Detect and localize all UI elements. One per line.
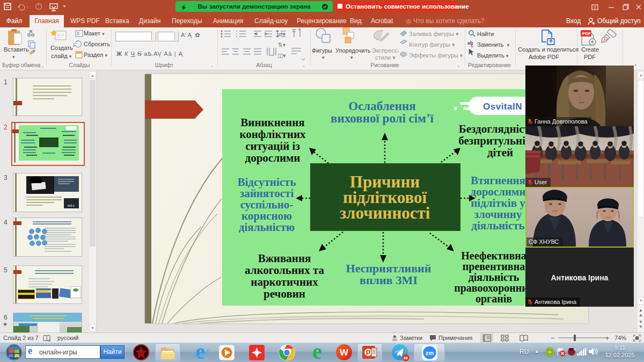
- svg-text:zm: zm: [426, 350, 434, 356]
- svg-text:Вживання: Вживання: [258, 252, 311, 265]
- svg-text:e: e: [312, 344, 322, 361]
- svg-text:злочинності: злочинності: [340, 204, 430, 222]
- svg-text:речовин: речовин: [264, 287, 305, 300]
- svg-text:ситуацій із: ситуацій із: [245, 140, 300, 153]
- svg-text:Ослаблення: Ослаблення: [348, 99, 416, 113]
- svg-text:Виникнення: Виникнення: [240, 116, 304, 129]
- svg-text:дітей: дітей: [487, 146, 513, 159]
- svg-text:алкогольних та: алкогольних та: [245, 264, 324, 277]
- svg-text:PDF: PDF: [582, 31, 591, 36]
- svg-text:вплив ЗМІ: вплив ЗМІ: [360, 273, 418, 287]
- svg-text:діяльність: діяльність: [469, 271, 519, 283]
- svg-text:конфліктних: конфліктних: [239, 128, 306, 141]
- svg-text:дорослими: дорослими: [245, 151, 301, 164]
- svg-text:W: W: [340, 347, 349, 358]
- svg-text:OsvitaIN: OsvitaIN: [483, 102, 522, 112]
- svg-text:виховної ролі сімʼї: виховної ролі сімʼї: [331, 112, 434, 125]
- svg-text:діяльність: діяльність: [471, 219, 524, 232]
- svg-text:органів: органів: [475, 293, 512, 305]
- svg-text:c: c: [471, 43, 473, 48]
- svg-text:наркотичних: наркотичних: [251, 276, 318, 288]
- svg-text:P: P: [366, 349, 371, 357]
- svg-text:діяльністю: діяльністю: [239, 221, 295, 234]
- svg-text:86: 86: [404, 356, 408, 360]
- svg-text:e: e: [195, 344, 205, 361]
